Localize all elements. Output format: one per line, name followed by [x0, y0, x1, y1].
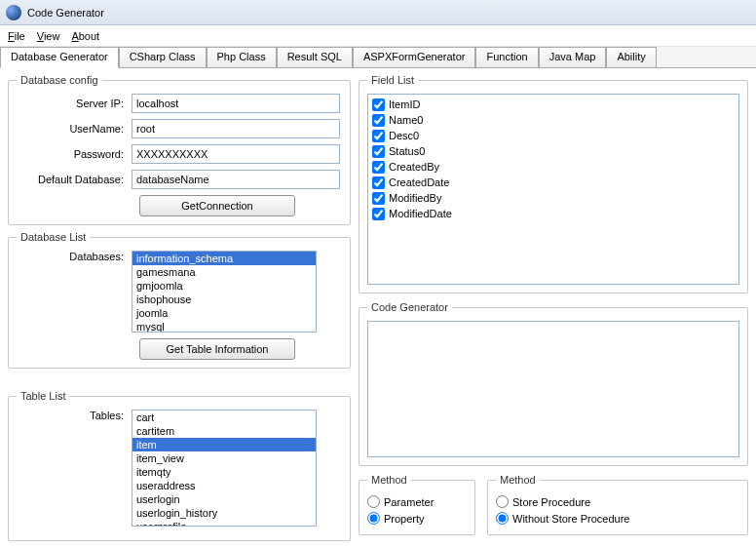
field-row[interactable]: CreatedBy	[372, 159, 735, 175]
field-list-legend: Field List	[367, 74, 418, 86]
username-label: UserName:	[17, 123, 132, 135]
title-bar: Code Generator	[0, 0, 756, 25]
field-list-group: Field List ItemIDName0Desc0Status0Create…	[359, 74, 748, 294]
field-checkbox[interactable]	[372, 208, 385, 220]
code-generator-group: Code Generator	[359, 301, 748, 466]
list-item[interactable]: gamesmana	[132, 265, 316, 279]
method1-legend: Method	[367, 474, 411, 486]
table-list-group: Table List Tables: cartcartitemitemitem_…	[8, 390, 351, 541]
field-label: ModifiedDate	[389, 208, 452, 219]
tab-result-sql[interactable]: Result SQL	[277, 47, 353, 67]
field-row[interactable]: CreatedDate	[372, 175, 735, 190]
method2-group: Method Store Procedure Without Store Pro…	[487, 474, 748, 535]
server-ip-input[interactable]	[132, 94, 340, 113]
tab-csharp-class[interactable]: CSharp Class	[119, 47, 207, 67]
menu-view[interactable]: View	[37, 30, 60, 42]
list-item[interactable]: mysql	[132, 320, 316, 333]
username-input[interactable]	[132, 119, 340, 138]
database-config-legend: Database config	[17, 74, 102, 86]
field-row[interactable]: ItemID	[372, 97, 735, 112]
field-checkbox[interactable]	[372, 145, 385, 158]
tab-function[interactable]: Function	[475, 47, 538, 67]
list-item[interactable]: useraddress	[132, 479, 316, 492]
field-row[interactable]: ModifiedDate	[372, 206, 735, 221]
tab-php-class[interactable]: Php Class	[207, 47, 277, 67]
database-config-group: Database config Server IP: UserName: Pas…	[8, 74, 351, 225]
field-checkbox[interactable]	[372, 114, 385, 127]
list-item[interactable]: information_schema	[132, 252, 316, 265]
get-connection-button[interactable]: GetConnection	[139, 195, 295, 216]
list-item[interactable]: item	[132, 438, 316, 451]
databases-listbox[interactable]: information_schemagamesmanagmjoomlaishop…	[132, 251, 317, 333]
menu-about[interactable]: About	[71, 30, 99, 42]
list-item[interactable]: joomla	[132, 306, 316, 320]
method2-without-radio[interactable]	[496, 512, 509, 525]
method1-parameter-label: Parameter	[384, 496, 434, 508]
field-checkbox[interactable]	[372, 98, 385, 111]
field-checkbox[interactable]	[372, 176, 385, 189]
default-db-label: Default Database:	[17, 174, 132, 185]
tab-bar: Database GeneratorCSharp ClassPhp ClassR…	[0, 47, 756, 68]
code-generator-legend: Code Generator	[367, 301, 452, 313]
menu-file[interactable]: File	[8, 30, 25, 42]
database-list-group: Database List Databases: information_sch…	[8, 231, 351, 369]
list-item[interactable]: item_view	[132, 451, 316, 465]
method1-property-radio[interactable]	[367, 512, 380, 525]
tables-listbox[interactable]: cartcartitemitemitem_viewitemqtyuseraddr…	[132, 410, 317, 527]
method2-storeproc-radio[interactable]	[496, 495, 509, 508]
list-item[interactable]: cart	[132, 411, 316, 424]
menu-bar: File View About	[0, 25, 756, 47]
list-item[interactable]: userlogin_history	[132, 506, 316, 520]
method1-group: Method Parameter Property	[359, 474, 475, 535]
code-output-area[interactable]	[367, 321, 739, 457]
field-row[interactable]: Name0	[372, 112, 735, 128]
list-item[interactable]: userlogin	[132, 492, 316, 506]
field-label: CreatedBy	[389, 161, 439, 173]
tab-database-generator[interactable]: Database Generator	[0, 47, 119, 68]
password-label: Password:	[17, 148, 132, 160]
field-row[interactable]: Desc0	[372, 128, 735, 143]
list-item[interactable]: ishophouse	[132, 293, 316, 306]
list-item[interactable]: cartitem	[132, 424, 316, 438]
list-item[interactable]: itemqty	[132, 465, 316, 479]
window-title: Code Generator	[27, 7, 104, 19]
field-label: Status0	[389, 145, 425, 157]
method2-without-label: Without Store Procedure	[512, 513, 629, 525]
field-label: ItemID	[389, 98, 420, 110]
table-list-legend: Table List	[17, 390, 69, 402]
field-row[interactable]: Status0	[372, 143, 735, 159]
tab-java-map[interactable]: Java Map	[539, 47, 607, 67]
field-listbox[interactable]: ItemIDName0Desc0Status0CreatedByCreatedD…	[367, 94, 739, 285]
method2-storeproc-label: Store Procedure	[512, 496, 590, 508]
tab-aspxformgenerator[interactable]: ASPXFormGenerator	[353, 47, 476, 67]
get-table-info-button[interactable]: Get Table Information	[139, 338, 295, 360]
field-checkbox[interactable]	[372, 161, 385, 174]
field-label: ModifiedBy	[389, 192, 441, 204]
method2-legend: Method	[496, 474, 540, 486]
method1-parameter-radio[interactable]	[367, 495, 380, 508]
field-checkbox[interactable]	[372, 192, 385, 205]
field-row[interactable]: ModifiedBy	[372, 190, 735, 206]
default-db-input[interactable]	[132, 170, 340, 189]
field-checkbox[interactable]	[372, 130, 385, 142]
server-ip-label: Server IP:	[17, 98, 132, 109]
field-label: CreatedDate	[389, 176, 449, 188]
field-label: Name0	[389, 114, 423, 126]
tab-ability[interactable]: Ability	[606, 47, 656, 67]
password-input[interactable]	[132, 144, 340, 164]
list-item[interactable]: gmjoomla	[132, 279, 316, 293]
databases-label: Databases:	[17, 251, 132, 262]
field-label: Desc0	[389, 130, 419, 141]
app-icon	[6, 5, 21, 20]
method1-property-label: Property	[384, 513, 425, 525]
database-list-legend: Database List	[17, 231, 90, 243]
tables-label: Tables:	[17, 410, 132, 421]
list-item[interactable]: userprofile	[132, 520, 316, 527]
